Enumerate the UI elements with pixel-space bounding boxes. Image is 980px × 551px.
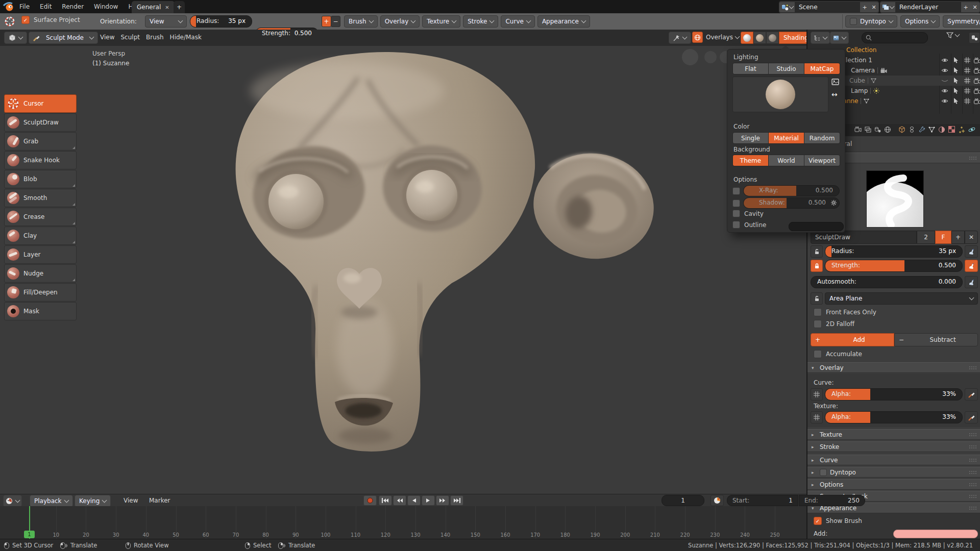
render-disable-icon[interactable]	[974, 58, 980, 63]
overlay-panel-header[interactable]: ▾ Overlay	[807, 362, 980, 373]
color-material-button[interactable]: Material	[769, 133, 804, 143]
selectable-icon[interactable]	[953, 78, 959, 84]
tool-cursor[interactable]: Cursor	[4, 94, 77, 113]
tab-scene[interactable]	[874, 127, 881, 134]
playhead-badge[interactable]: 1	[24, 531, 35, 538]
shading-rendered-button[interactable]	[766, 32, 779, 44]
tool-grab[interactable]: Grab	[4, 132, 77, 151]
outline-checkbox[interactable]	[732, 221, 740, 229]
next-keyframe-button[interactable]	[436, 495, 449, 506]
brush-preview-thumbnail[interactable]	[866, 170, 924, 228]
tab-render-layers[interactable]	[865, 127, 871, 134]
frame-start-field[interactable]: Start:1	[727, 495, 798, 506]
matcap-preview[interactable]	[732, 77, 828, 112]
panel-grip[interactable]	[969, 470, 977, 474]
render-disable-icon[interactable]	[974, 98, 980, 104]
selectable-icon[interactable]	[953, 98, 959, 104]
brush-overlay-icon[interactable]	[965, 388, 978, 400]
outliner-objects-icon-button[interactable]	[969, 32, 980, 43]
options-panel-header[interactable]: ▸Options	[807, 479, 980, 490]
frame-end-field[interactable]: End:250	[799, 495, 865, 506]
auto-keying-button[interactable]	[710, 495, 724, 506]
xray-slider[interactable]: X-Ray: 0.500	[743, 185, 840, 196]
panel-grip[interactable]	[969, 433, 977, 436]
viewport-3d[interactable]: User Persp (1) Suzanne Cursor SculptDraw…	[0, 46, 806, 494]
brush-add-toggle[interactable]: +	[322, 16, 331, 27]
tool-sculptdraw[interactable]: SculptDraw	[4, 113, 77, 132]
falloff-2d-checkbox[interactable]	[814, 320, 822, 328]
tool-clay[interactable]: Clay	[4, 227, 77, 245]
mesh-data-icon[interactable]	[864, 98, 869, 104]
hide-icon[interactable]	[941, 88, 948, 93]
selectable-icon[interactable]	[953, 67, 959, 73]
keying-dropdown[interactable]: Keying	[75, 495, 111, 507]
grid-toggle-icon[interactable]	[811, 388, 823, 400]
add-workspace-button[interactable]: +	[174, 1, 185, 13]
overlays-toggle[interactable]	[692, 32, 703, 43]
overlays-dropdown[interactable]: Overlays	[705, 32, 740, 43]
unlink-brush-button[interactable]: ✕	[965, 231, 978, 244]
strength-slider[interactable]: Strength: 0.500	[825, 260, 963, 272]
browse-render-layer-button[interactable]	[880, 2, 895, 12]
hide-icon[interactable]	[941, 98, 948, 104]
prev-keyframe-button[interactable]	[393, 495, 406, 506]
tab-physics[interactable]	[968, 126, 975, 135]
outliner-display-mode-dropdown[interactable]	[830, 32, 849, 44]
timeline-menu-view[interactable]: View	[120, 495, 141, 506]
tool-blob[interactable]: Blob	[4, 170, 77, 188]
jump-to-start-button[interactable]	[379, 495, 392, 506]
viewport-disable-icon[interactable]	[964, 57, 970, 63]
add-color-swatch[interactable]	[893, 530, 978, 538]
background-viewport-button[interactable]: Viewport	[804, 155, 840, 166]
add-brush-button[interactable]: +	[951, 231, 965, 244]
outline-color-swatch[interactable]	[789, 222, 844, 231]
jump-to-end-button[interactable]	[450, 495, 463, 506]
tab-object-data[interactable]	[928, 127, 935, 134]
tab-particles[interactable]	[958, 126, 965, 135]
curve-panel-header[interactable]: ▸Curve	[807, 455, 980, 465]
zoom-gizmo[interactable]	[704, 51, 717, 63]
tab-world[interactable]	[884, 126, 891, 135]
lighting-matcap-button[interactable]: MatCap	[804, 63, 840, 74]
tool-mask[interactable]: Mask	[4, 302, 77, 320]
outliner-editor-type-button[interactable]	[811, 32, 830, 44]
tool-fill-deepen[interactable]: Fill/Deepen	[4, 283, 77, 302]
gear-icon[interactable]	[830, 199, 837, 208]
menu-view[interactable]: View	[97, 32, 117, 43]
viewport-disable-icon[interactable]	[964, 88, 970, 94]
falloff-2d-row[interactable]: 2D Falloff	[814, 320, 854, 328]
hide-icon-closed[interactable]	[941, 78, 948, 83]
browse-scene-button[interactable]	[779, 2, 795, 12]
sculpt-plane-dropdown[interactable]: Area Plane	[825, 292, 978, 305]
shading-material-button[interactable]	[753, 32, 766, 44]
panel-grip[interactable]	[969, 483, 977, 486]
new-scene-button[interactable]: +	[860, 2, 869, 12]
options-popover[interactable]: Options	[900, 15, 940, 28]
tool-nudge[interactable]: Nudge	[4, 264, 77, 283]
render-disable-icon[interactable]	[974, 78, 980, 84]
accumulate-row[interactable]: Accumulate	[814, 350, 862, 358]
menu-brush[interactable]: Brush	[143, 32, 167, 43]
render-disable-icon[interactable]	[974, 68, 980, 73]
color-single-button[interactable]: Single	[733, 133, 768, 143]
dyntopo-panel-header[interactable]: ▸Dyntopo	[807, 467, 980, 478]
render-disable-icon[interactable]	[974, 88, 980, 94]
matcap-flip-button[interactable]: ↔	[831, 90, 838, 98]
selectable-icon[interactable]	[953, 57, 959, 63]
matcap-screenshot-button[interactable]	[831, 78, 840, 87]
mesh-data-icon[interactable]	[871, 78, 876, 83]
shadow-checkbox[interactable]	[732, 199, 740, 207]
suzanne-model[interactable]	[194, 46, 694, 494]
dyntopo-panel-checkbox[interactable]	[820, 469, 827, 476]
color-random-button[interactable]: Random	[804, 133, 840, 143]
menu-hide-mask[interactable]: Hide/Mask	[167, 32, 205, 43]
viewport-disable-icon[interactable]	[964, 78, 970, 84]
playback-dropdown[interactable]: Playback	[30, 495, 73, 507]
background-theme-button[interactable]: Theme	[733, 155, 768, 166]
scene-name[interactable]: Scene	[795, 4, 860, 11]
timeline-editor-type-button[interactable]	[3, 495, 22, 507]
menu-edit[interactable]: Edit	[35, 0, 57, 13]
workspace-tab-general[interactable]: General ✕	[132, 1, 175, 13]
editor-type-button[interactable]	[4, 32, 27, 44]
front-faces-row[interactable]: Front Faces Only	[814, 308, 876, 316]
